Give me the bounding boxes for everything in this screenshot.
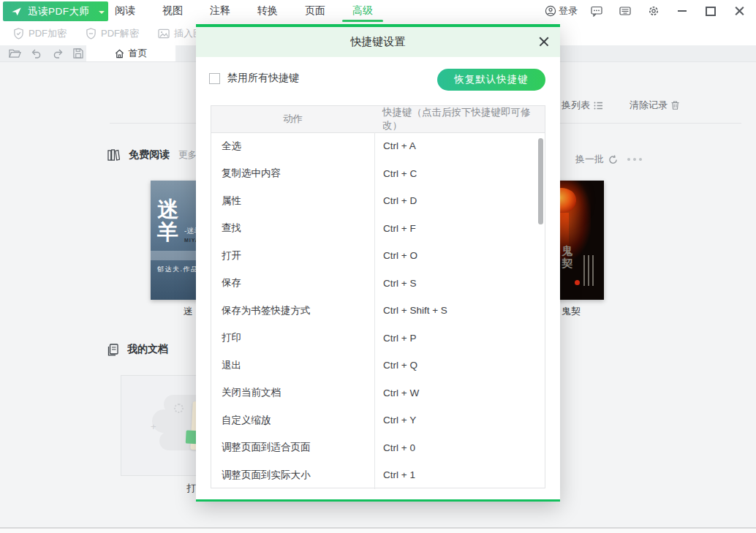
shortcut-key-cell[interactable]: Ctrl + Y: [374, 407, 545, 434]
shortcut-key-cell[interactable]: Ctrl + S: [374, 270, 545, 298]
app-logo-button[interactable]: 迅读PDF大师: [3, 1, 108, 21]
shortcut-row: 打印Ctrl + P: [211, 325, 545, 352]
shortcut-key-cell[interactable]: Ctrl + Shift + S: [374, 297, 545, 325]
undo-icon: [31, 49, 42, 58]
gear-doodle-icon: [174, 404, 184, 413]
dialog-close-button[interactable]: [538, 36, 550, 48]
cover-text-columns: [583, 255, 594, 286]
clear-history-label: 清除记录: [630, 99, 668, 112]
shortcut-key-cell[interactable]: Ctrl + P: [374, 325, 545, 352]
maximize-button[interactable]: [701, 1, 720, 20]
pdf-decrypt-label: PDF解密: [101, 27, 139, 40]
close-window-button[interactable]: [730, 1, 749, 20]
close-icon: [735, 7, 744, 16]
open-file-button[interactable]: [9, 48, 21, 58]
menu-item-4[interactable]: 转换: [257, 4, 278, 18]
book-caption: 鬼契: [562, 305, 581, 318]
list-icon: [594, 102, 603, 110]
shortcut-row: 复制选中内容Ctrl + C: [211, 160, 545, 188]
minimize-icon: [678, 10, 687, 12]
doc-card-caption: 打: [186, 482, 196, 495]
more-options-icon[interactable]: [627, 158, 642, 161]
folder-open-icon: [9, 48, 21, 58]
shortcut-key-cell[interactable]: Ctrl + W: [374, 379, 545, 407]
shortcut-action-cell: 打印: [211, 331, 374, 344]
pdf-decrypt-button[interactable]: PDF解密: [86, 27, 139, 40]
title-bar: 迅读PDF大师 阅读视图注释转换页面高级 登录: [0, 0, 756, 22]
tab-home[interactable]: 首页: [86, 45, 175, 61]
feedback-button[interactable]: [587, 1, 606, 20]
shortcut-action-cell: 自定义缩放: [211, 414, 374, 427]
shortcut-action-cell: 调整页面到实际大小: [211, 469, 374, 482]
table-rows: 全选Ctrl + A复制选中内容Ctrl + C属性Ctrl + D查找Ctrl…: [211, 132, 545, 488]
scrollbar-thumb[interactable]: [538, 138, 543, 224]
shortcut-key-cell[interactable]: Ctrl + F: [374, 215, 545, 243]
gear-icon: [648, 5, 659, 17]
login-button[interactable]: 登录: [545, 4, 578, 18]
shortcut-row: 保存Ctrl + S: [211, 270, 545, 298]
menu-item-5[interactable]: 页面: [305, 4, 325, 18]
shortcut-action-cell: 保存: [211, 276, 374, 290]
minimize-button[interactable]: [673, 1, 692, 20]
checkbox-icon[interactable]: [209, 73, 220, 84]
redo-icon: [52, 49, 64, 58]
shortcut-row: 关闭当前文档Ctrl + W: [211, 379, 545, 407]
settings-button[interactable]: [644, 1, 663, 20]
shortcut-keyboard-button[interactable]: [616, 1, 635, 20]
book-caption: 迷: [184, 305, 193, 318]
menu-item-6[interactable]: 高级: [352, 4, 373, 18]
shortcut-action-cell: 打开: [211, 249, 374, 262]
shortcut-action-cell: 保存为书签快捷方式: [211, 304, 374, 317]
shield-minus-icon: [86, 28, 97, 39]
keyboard-icon: [619, 7, 631, 16]
plus-doodle-icon: +: [151, 421, 156, 432]
shortcut-table: 动作 快捷键（点击后按下快捷键即可修改） 全选Ctrl + A复制选中内容Ctr…: [211, 105, 545, 488]
user-icon: [545, 5, 556, 17]
shortcut-row: 自定义缩放Ctrl + Y: [211, 407, 545, 434]
menu-item-3[interactable]: 注释: [210, 4, 230, 18]
shortcut-settings-dialog: 快捷键设置 禁用所有快捷键 恢复默认快捷键 动作 快捷键（点击后按下快捷键即可修…: [196, 24, 560, 502]
shortcut-row: 保存为书签快捷方式Ctrl + Shift + S: [211, 297, 545, 325]
titlebar-right: 登录: [545, 0, 749, 22]
cover-title: 鬼契: [562, 245, 574, 270]
maximize-icon: [706, 7, 716, 16]
disable-all-label: 禁用所有快捷键: [227, 72, 299, 85]
pdf-encrypt-label: PDF加密: [29, 27, 67, 40]
shortcut-row: 调整页面到适合页面Ctrl + 0: [211, 434, 545, 462]
cover-red-seal: [575, 280, 580, 285]
shortcut-action-cell: 全选: [211, 140, 374, 153]
change-list-button[interactable]: 换列表: [562, 99, 603, 112]
action-column-header: 动作: [211, 113, 374, 126]
menu-item-2[interactable]: 视图: [162, 4, 183, 18]
home-tab-label: 首页: [129, 47, 148, 60]
cover-title: 迷羊: [157, 198, 182, 243]
save-icon: [73, 48, 83, 58]
main-menu: 阅读视图注释转换页面高级: [115, 0, 373, 22]
home-icon: [115, 49, 124, 58]
undo-button[interactable]: [31, 49, 42, 58]
shortcut-key-cell[interactable]: Ctrl + D: [374, 187, 545, 215]
shortcut-key-cell[interactable]: Ctrl + C: [374, 160, 545, 188]
save-button[interactable]: [73, 48, 83, 58]
shortcut-action-cell: 复制选中内容: [211, 167, 374, 180]
shortcut-action-cell: 查找: [211, 222, 374, 235]
redo-button[interactable]: [52, 49, 64, 58]
clear-history-button[interactable]: 清除记录: [630, 99, 679, 112]
cover-author: 郁达夫.作品: [157, 265, 199, 274]
shortcut-key-cell[interactable]: Ctrl + A: [374, 132, 545, 160]
shortcut-key-cell[interactable]: Ctrl + O: [374, 242, 545, 270]
shortcut-key-cell[interactable]: Ctrl + Q: [374, 352, 545, 379]
app-logo-icon: [11, 6, 22, 17]
shortcut-key-cell[interactable]: Ctrl + 0: [374, 434, 545, 462]
trash-icon: [671, 101, 679, 110]
disable-all-checkbox[interactable]: 禁用所有快捷键: [209, 72, 299, 85]
restore-defaults-button[interactable]: 恢复默认快捷键: [437, 69, 545, 91]
app-title: 迅读PDF大师: [28, 5, 90, 18]
documents-icon: [107, 344, 118, 356]
shortcut-key-cell[interactable]: Ctrl + 1: [374, 461, 545, 489]
shortcut-action-cell: 关闭当前文档: [211, 386, 374, 399]
my-docs-title: 我的文档: [127, 343, 168, 356]
refresh-batch-button[interactable]: 换一批: [575, 153, 618, 166]
pdf-encrypt-button[interactable]: PDF加密: [13, 27, 67, 40]
menu-item-1[interactable]: 阅读: [115, 4, 135, 18]
